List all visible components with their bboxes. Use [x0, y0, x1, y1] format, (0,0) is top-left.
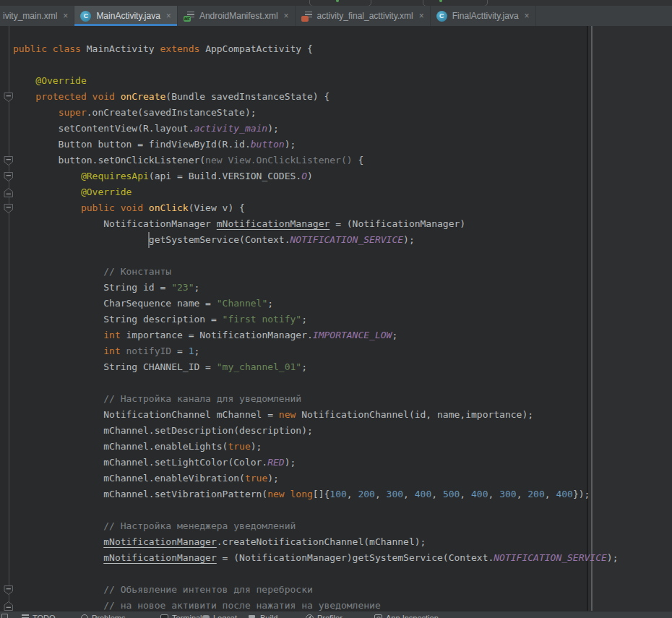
code-token: true — [228, 441, 250, 452]
close-icon[interactable]: × — [166, 12, 171, 20]
code-line[interactable]: @Override — [13, 184, 672, 200]
code-line[interactable]: String id = "23"; — [13, 280, 672, 296]
tool-window-button-terminal[interactable]: Terminal — [160, 614, 202, 618]
code-token: importance = NotificationManager. — [126, 330, 313, 340]
close-icon[interactable]: × — [63, 12, 68, 20]
code-token: ; — [194, 282, 199, 293]
code-token: .onCreate(savedInstanceState); — [87, 107, 257, 118]
code-token: mChannel.enableVibration( — [13, 473, 245, 484]
code-line[interactable]: // Обьявление интентов для переброски — [13, 582, 672, 598]
tool-window-button-profiler[interactable]: Profiler — [306, 614, 343, 618]
code-token: ); — [251, 441, 262, 452]
code-token: , — [460, 489, 471, 499]
code-token: CharSequence name = — [13, 298, 217, 309]
code-line[interactable] — [13, 566, 672, 582]
code-line[interactable]: mNotificationManager = (NotificationMana… — [13, 550, 672, 566]
code-line[interactable]: NotificationManager mNotificationManager… — [13, 216, 672, 232]
code-token: NotificationChannel(id, name,importance)… — [301, 409, 533, 420]
code-line[interactable]: public void onClick(View v) { — [13, 200, 672, 216]
code-line[interactable]: String description = "first notify"; — [13, 312, 672, 327]
code-line[interactable]: protected void onCreate(Bundle savedInst… — [13, 89, 672, 105]
tool-window-button-todo[interactable]: TODO — [22, 614, 56, 618]
code-token: , — [403, 489, 415, 499]
code-line[interactable]: mChannel.setLightColor(Color.RED); — [13, 455, 672, 471]
code-line[interactable]: mChannel.enableLights(true); — [13, 439, 672, 455]
fold-icon[interactable] — [4, 203, 14, 214]
code-line[interactable] — [13, 248, 672, 264]
fold-icon[interactable] — [4, 601, 14, 611]
code-token — [13, 171, 81, 181]
profiler-icon — [306, 614, 314, 618]
code-token: 300 — [499, 489, 516, 499]
code-token: 400 — [471, 489, 488, 499]
code-line[interactable] — [13, 57, 672, 73]
window-corner-icon[interactable] — [1, 614, 8, 618]
code-line[interactable]: public class MainActivity extends AppCom… — [13, 41, 672, 57]
code-line[interactable]: Button button = findViewById(R.id.button… — [13, 137, 672, 153]
code-line[interactable]: // Константы — [13, 264, 672, 280]
code-token: ); — [267, 123, 279, 134]
code-line[interactable]: @RequiresApi(api = Build.VERSION_CODES.O… — [13, 168, 672, 184]
code-token: , — [488, 489, 500, 499]
close-icon[interactable]: × — [284, 12, 289, 20]
code-token: (View v) { — [189, 202, 245, 213]
code-line[interactable]: // Настройка канала для уведомлений — [13, 391, 672, 407]
code-line[interactable]: int notifyID = 1; — [13, 343, 672, 359]
code-token: 300 — [387, 489, 403, 499]
manifest-file-icon: MF — [184, 11, 194, 22]
code-line[interactable]: String CHANNEL_ID = "my_channel_01"; — [13, 359, 672, 375]
code-token: 200 — [527, 489, 544, 499]
code-line[interactable]: setContentView(R.layout.activity_main); — [13, 121, 672, 137]
code-token: []{ — [313, 489, 329, 499]
code-line[interactable]: @Override — [13, 73, 672, 89]
toolbar-strip — [0, 0, 672, 6]
fold-icon[interactable] — [4, 155, 14, 166]
tab-ivity-main-xml[interactable]: ivity_main.xml× — [0, 6, 74, 26]
code-line[interactable]: // на новое активити после нажатия на ув… — [13, 598, 672, 611]
code-line[interactable]: // Настройка менеджера уведомлений — [13, 518, 672, 534]
close-icon[interactable]: × — [525, 12, 530, 20]
editor-tab-bar: ivity_main.xml×CMainActivity.java×MFAndr… — [0, 6, 672, 26]
tab-mainactivity-java[interactable]: CMainActivity.java× — [74, 6, 178, 26]
code-token: @Override — [13, 75, 87, 86]
code-area[interactable]: public class MainActivity extends AppCom… — [0, 41, 672, 611]
code-token: 500 — [443, 489, 460, 499]
code-line[interactable]: NotificationChannel mChannel = new Notif… — [13, 407, 672, 423]
code-line[interactable]: mChannel.enableVibration(true); — [13, 471, 672, 486]
code-token: // Настройка канала для уведомлений — [13, 393, 301, 404]
tool-window-label: Build — [260, 614, 277, 618]
tool-window-button-logcat[interactable]: Logcat — [202, 614, 237, 618]
close-icon[interactable]: × — [419, 12, 424, 20]
tab-finalacttivity-java[interactable]: CFinalActtivity.java× — [431, 6, 536, 26]
code-token: .createNotificationChannel(mChannel); — [217, 536, 426, 547]
tab-activity-final-acttivity-xml[interactable]: activity_final_acttivity.xml× — [296, 6, 431, 26]
code-token: = (NotificationManager) — [329, 218, 465, 229]
code-line[interactable]: getSystemService(Context.NOTIFICATION_SE… — [13, 232, 672, 248]
code-line[interactable]: mChannel.setVibrationPattern(new long[]{… — [13, 486, 672, 502]
fold-icon[interactable] — [4, 187, 14, 198]
tool-window-button-app-inspection[interactable]: App Inspection — [374, 614, 439, 618]
code-line[interactable]: CharSequence name = "Channel"; — [13, 296, 672, 312]
tool-window-button-build[interactable]: Build — [248, 614, 277, 618]
code-line[interactable]: super.onCreate(savedInstanceState); — [13, 105, 672, 121]
fold-icon[interactable] — [4, 585, 14, 596]
text-caret — [148, 232, 150, 248]
code-line[interactable]: mNotificationManager.createNotificationC… — [13, 534, 672, 550]
tool-window-bar: TODOProblemsTerminalLogcatBuildProfilerA… — [0, 611, 672, 618]
fold-icon[interactable] — [4, 171, 14, 182]
tab-label: FinalActtivity.java — [452, 11, 519, 21]
code-line[interactable]: mChannel.setDescription(description); — [13, 423, 672, 439]
code-editor[interactable]: public class MainActivity extends AppCom… — [0, 26, 672, 611]
code-line[interactable] — [13, 375, 672, 391]
code-line[interactable] — [13, 502, 672, 518]
tab-label: MainActivity.java — [96, 11, 160, 21]
tab-androidmanifest-xml[interactable]: MFAndroidManifest.xml× — [178, 6, 296, 26]
code-token: IMPORTANCE_LOW — [313, 330, 392, 340]
code-line[interactable]: button.setOnClickListener(new View.OnCli… — [13, 153, 672, 168]
fold-icon[interactable] — [4, 92, 14, 103]
code-line[interactable]: int importance = NotificationManager.IMP… — [13, 327, 672, 343]
code-token: getSystemService(Context. — [13, 234, 290, 245]
tool-window-button-problems[interactable]: Problems — [81, 614, 125, 618]
code-token: ); — [403, 234, 415, 245]
code-token: ; — [301, 314, 307, 325]
